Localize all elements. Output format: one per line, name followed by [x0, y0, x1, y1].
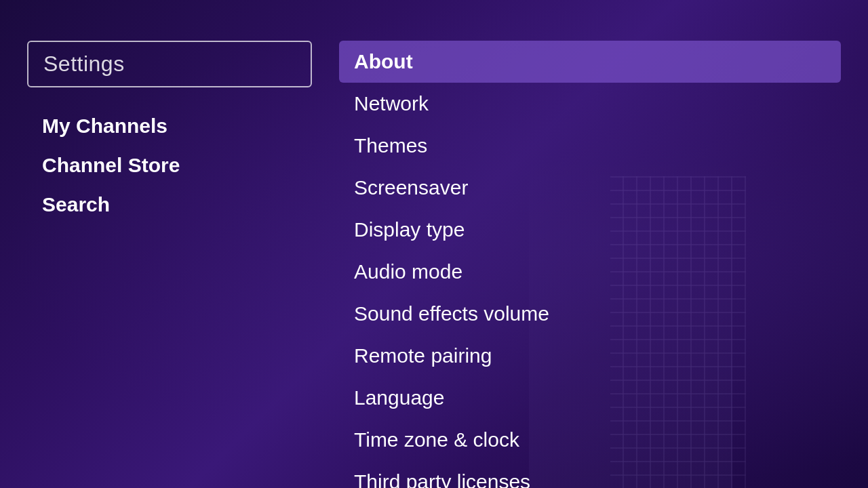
menu-item-about[interactable]: About	[339, 41, 841, 83]
menu-item-screensaver[interactable]: Screensaver	[339, 167, 841, 209]
menu-item-display-type[interactable]: Display type	[339, 209, 841, 251]
menu-item-language[interactable]: Language	[339, 377, 841, 419]
menu-item-time-zone-clock[interactable]: Time zone & clock	[339, 419, 841, 461]
menu-item-remote-pairing[interactable]: Remote pairing	[339, 335, 841, 377]
left-panel: Settings My ChannelsChannel StoreSearch	[27, 41, 312, 224]
menu-item-audio-mode[interactable]: Audio mode	[339, 251, 841, 293]
menu-item-sound-effects-volume[interactable]: Sound effects volume	[339, 293, 841, 335]
left-menu: My ChannelsChannel StoreSearch	[27, 106, 312, 224]
menu-item-network[interactable]: Network	[339, 83, 841, 125]
page: Settings My ChannelsChannel StoreSearch …	[0, 0, 868, 488]
sidebar-item-channel-store[interactable]: Channel Store	[27, 146, 312, 185]
sidebar-item-my-channels[interactable]: My Channels	[27, 106, 312, 146]
settings-title-box: Settings	[27, 41, 312, 87]
right-panel: AboutNetworkThemesScreensaverDisplay typ…	[339, 41, 841, 488]
menu-item-third-party-licenses[interactable]: Third party licenses	[339, 461, 841, 488]
settings-title: Settings	[43, 52, 125, 76]
sidebar-item-search[interactable]: Search	[27, 185, 312, 224]
menu-item-themes[interactable]: Themes	[339, 125, 841, 167]
